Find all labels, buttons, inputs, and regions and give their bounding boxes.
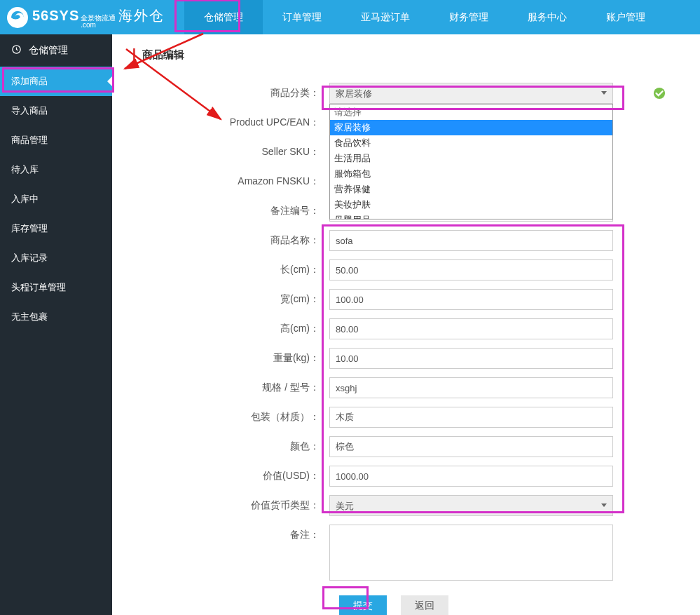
topnav-item-3[interactable]: 财务管理 bbox=[430, 0, 508, 34]
valueusd-label: 价值(USD)： bbox=[133, 466, 329, 482]
logo-cn-text: 海外仓 bbox=[118, 6, 165, 25]
spec-label: 规格 / 型号： bbox=[133, 377, 329, 394]
remark-textarea[interactable] bbox=[329, 525, 613, 581]
logo-icon bbox=[7, 7, 28, 28]
dropdown-option-3[interactable]: 服饰箱包 bbox=[330, 166, 612, 182]
category-dropdown-list: 请选择 家居装修食品饮料生活用品服饰箱包营养保健美妆护肤母婴用品钟表配饰 bbox=[329, 104, 613, 219]
clock-icon bbox=[11, 44, 22, 57]
upc-label: Product UPC/EAN： bbox=[133, 112, 329, 129]
width-input[interactable] bbox=[329, 289, 613, 310]
topnav-item-0[interactable]: 仓储管理 bbox=[184, 0, 263, 34]
length-label: 长(cm)： bbox=[133, 259, 329, 276]
spec-input[interactable] bbox=[329, 377, 613, 398]
sidebar-item-2[interactable]: 商品管理 bbox=[0, 126, 112, 155]
top-navigation: 56SYS 全景物流通 .com 海外仓 仓储管理订单管理亚马逊订单财务管理服务… bbox=[0, 0, 700, 34]
logo: 56SYS 全景物流通 .com 海外仓 bbox=[0, 6, 172, 29]
logo-dotcom: .com bbox=[81, 22, 116, 29]
weight-input[interactable] bbox=[329, 348, 613, 369]
dropdown-option-1[interactable]: 食品饮料 bbox=[330, 135, 612, 151]
dropdown-option-placeholder[interactable]: 请选择 bbox=[330, 104, 612, 120]
height-label: 高(cm)： bbox=[133, 318, 329, 335]
currency-label: 价值货币类型： bbox=[133, 495, 329, 512]
fnsku-label: Amazon FNSKU： bbox=[133, 171, 329, 188]
sidebar-item-3[interactable]: 待入库 bbox=[0, 155, 112, 184]
logo-sub-text: 全景物流通 bbox=[81, 15, 116, 22]
sku-label: Seller SKU： bbox=[133, 142, 329, 158]
dropdown-option-6[interactable]: 母婴用品 bbox=[330, 212, 612, 219]
sidebar-header-label: 仓储管理 bbox=[29, 44, 68, 57]
valueusd-input[interactable] bbox=[329, 466, 613, 487]
sidebar-item-1[interactable]: 导入商品 bbox=[0, 96, 112, 126]
package-label: 包装（材质）： bbox=[133, 407, 329, 424]
logo-main-text: 56SYS bbox=[32, 8, 79, 24]
sidebar-header: 仓储管理 bbox=[0, 34, 112, 67]
dropdown-option-4[interactable]: 营养保健 bbox=[330, 182, 612, 197]
dropdown-option-5[interactable]: 美妆护肤 bbox=[330, 197, 612, 212]
page-title: 商品编辑 bbox=[133, 48, 679, 62]
length-input[interactable] bbox=[329, 259, 613, 281]
sidebar-item-4[interactable]: 入库中 bbox=[0, 184, 112, 214]
weight-label: 重量(kg)： bbox=[133, 348, 329, 365]
name-input[interactable] bbox=[329, 230, 613, 251]
sidebar-item-8[interactable]: 无主包裹 bbox=[0, 302, 112, 332]
remarkno-label: 备注编号： bbox=[133, 201, 329, 217]
back-button[interactable]: 返回 bbox=[401, 595, 448, 615]
sidebar-item-5[interactable]: 库存管理 bbox=[0, 214, 112, 243]
topnav-item-2[interactable]: 亚马逊订单 bbox=[341, 0, 430, 34]
category-label: 商品分类： bbox=[133, 83, 329, 100]
color-input[interactable] bbox=[329, 436, 613, 457]
color-label: 颜色： bbox=[133, 436, 329, 453]
topnav-item-1[interactable]: 订单管理 bbox=[263, 0, 341, 34]
sidebar-item-0[interactable]: 添加商品 bbox=[0, 67, 112, 96]
width-label: 宽(cm)： bbox=[133, 289, 329, 306]
dropdown-option-0[interactable]: 家居装修 bbox=[330, 120, 612, 135]
remark-label: 备注： bbox=[133, 525, 329, 541]
content-area: 商品编辑 商品分类： 家居装修 请选择 家居装修食品饮料生活用品服饰箱包营养保健… bbox=[112, 34, 700, 615]
dropdown-option-2[interactable]: 生活用品 bbox=[330, 151, 612, 166]
category-select[interactable]: 家居装修 bbox=[329, 83, 613, 104]
sidebar-item-6[interactable]: 入库记录 bbox=[0, 243, 112, 273]
name-label: 商品名称： bbox=[133, 230, 329, 247]
topnav-item-4[interactable]: 服务中心 bbox=[508, 0, 586, 34]
svg-point-1 bbox=[654, 88, 665, 99]
currency-select[interactable]: 美元 bbox=[329, 495, 613, 516]
sidebar-item-7[interactable]: 头程订单管理 bbox=[0, 273, 112, 302]
height-input[interactable] bbox=[329, 318, 613, 339]
submit-button[interactable]: 提交 bbox=[339, 595, 387, 615]
package-input[interactable] bbox=[329, 407, 613, 428]
sidebar: 仓储管理 添加商品导入商品商品管理待入库入库中库存管理入库记录头程订单管理无主包… bbox=[0, 34, 112, 615]
topnav-item-5[interactable]: 账户管理 bbox=[586, 0, 665, 34]
check-icon bbox=[653, 87, 666, 100]
